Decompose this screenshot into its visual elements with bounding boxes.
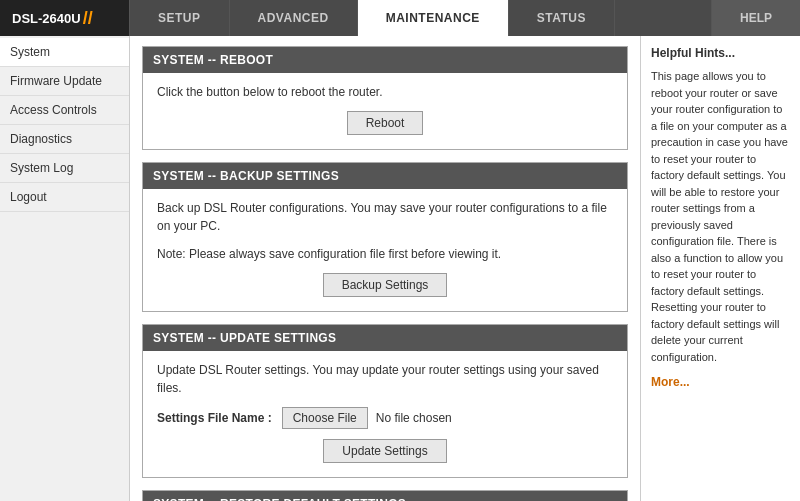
- update-body: Update DSL Router settings. You may upda…: [143, 351, 627, 477]
- reboot-header: SYSTEM -- REBOOT: [143, 47, 627, 73]
- reboot-description: Click the button below to reboot the rou…: [157, 83, 613, 101]
- sidebar-item-system-log[interactable]: System Log: [0, 154, 129, 183]
- tab-setup[interactable]: SETUP: [130, 0, 230, 36]
- sidebar-item-access-controls[interactable]: Access Controls: [0, 96, 129, 125]
- file-input-row: Settings File Name : Choose File No file…: [157, 407, 613, 429]
- content-area: SYSTEM -- REBOOT Click the button below …: [130, 36, 640, 501]
- tab-maintenance[interactable]: MAINTENANCE: [358, 0, 509, 36]
- update-description: Update DSL Router settings. You may upda…: [157, 361, 613, 397]
- logo-model: DSL-2640U: [12, 11, 81, 26]
- help-panel: Helpful Hints... This page allows you to…: [640, 36, 800, 501]
- help-title: Helpful Hints...: [651, 44, 790, 62]
- tab-status[interactable]: STATUS: [509, 0, 615, 36]
- sidebar-item-diagnostics[interactable]: Diagnostics: [0, 125, 129, 154]
- backup-note: Note: Please always save configuration f…: [157, 245, 613, 263]
- sidebar: System Firmware Update Access Controls D…: [0, 36, 130, 501]
- backup-section: SYSTEM -- BACKUP SETTINGS Back up DSL Ro…: [142, 162, 628, 312]
- file-input-label: Settings File Name :: [157, 411, 272, 425]
- backup-settings-button[interactable]: Backup Settings: [323, 273, 448, 297]
- sidebar-item-system[interactable]: System: [0, 38, 129, 67]
- update-header: SYSTEM -- UPDATE SETTINGS: [143, 325, 627, 351]
- help-text: This page allows you to reboot your rout…: [651, 68, 790, 365]
- reboot-button[interactable]: Reboot: [347, 111, 424, 135]
- backup-btn-row: Backup Settings: [157, 273, 613, 297]
- reboot-section: SYSTEM -- REBOOT Click the button below …: [142, 46, 628, 150]
- sidebar-item-logout[interactable]: Logout: [0, 183, 129, 212]
- backup-body: Back up DSL Router configurations. You m…: [143, 189, 627, 311]
- backup-header: SYSTEM -- BACKUP SETTINGS: [143, 163, 627, 189]
- reboot-body: Click the button below to reboot the rou…: [143, 73, 627, 149]
- file-no-chosen-text: No file chosen: [376, 411, 452, 425]
- tab-advanced[interactable]: ADVANCED: [230, 0, 358, 36]
- restore-section: SYSTEM -- RESTORE DEFAULT SETTINGS Resto…: [142, 490, 628, 501]
- update-section: SYSTEM -- UPDATE SETTINGS Update DSL Rou…: [142, 324, 628, 478]
- top-navigation: DSL-2640U// SETUP ADVANCED MAINTENANCE S…: [0, 0, 800, 36]
- main-layout: System Firmware Update Access Controls D…: [0, 36, 800, 501]
- logo-slash: //: [83, 8, 93, 29]
- logo: DSL-2640U//: [0, 0, 130, 36]
- tab-help[interactable]: HELP: [711, 0, 800, 36]
- sidebar-item-firmware-update[interactable]: Firmware Update: [0, 67, 129, 96]
- restore-header: SYSTEM -- RESTORE DEFAULT SETTINGS: [143, 491, 627, 501]
- reboot-btn-row: Reboot: [157, 111, 613, 135]
- help-more-link[interactable]: More...: [651, 373, 790, 391]
- choose-file-button[interactable]: Choose File: [282, 407, 368, 429]
- update-settings-button[interactable]: Update Settings: [323, 439, 446, 463]
- update-btn-row: Update Settings: [157, 439, 613, 463]
- backup-description: Back up DSL Router configurations. You m…: [157, 199, 613, 235]
